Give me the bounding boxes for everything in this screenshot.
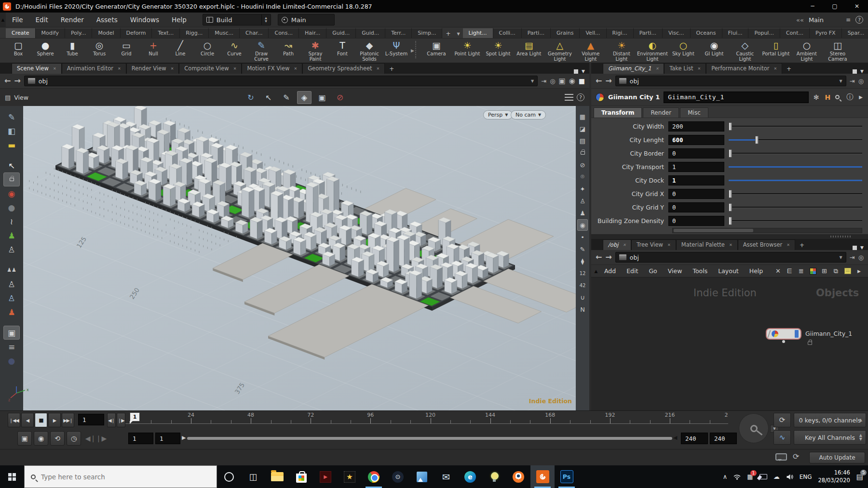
pane-maximize-icon[interactable] — [853, 246, 857, 250]
tool-area-light[interactable]: ▤Area Light — [514, 39, 544, 62]
persp-button[interactable]: Persp▼ — [483, 110, 513, 119]
param-value-field[interactable]: 0 — [668, 216, 724, 226]
stop-button[interactable]: ■ — [35, 413, 47, 427]
param-slider[interactable] — [729, 135, 862, 145]
wrench-icon[interactable]: ✕ — [773, 266, 783, 276]
tab-render-view[interactable]: Render View✕ — [126, 63, 179, 74]
cook-refresh-icon[interactable]: ⟳ — [793, 452, 799, 461]
view-tool-icon[interactable]: ◈ — [297, 91, 312, 104]
tab-material-palette[interactable]: Material Palette✕ — [676, 239, 738, 250]
tool-l-system[interactable]: ΨL-System — [383, 39, 410, 62]
close-icon[interactable]: ✕ — [667, 243, 671, 247]
shelf-tab-simp[interactable]: Simp... — [412, 28, 442, 38]
taskbar-app-houdini[interactable] — [530, 465, 555, 488]
shelf-tab-parti[interactable]: Parti... — [522, 28, 551, 38]
folder-tab-misc[interactable]: Misc — [680, 107, 708, 118]
current-frame-field[interactable]: 1 — [78, 414, 104, 425]
shelf-tab-vell[interactable]: Vell... — [580, 28, 606, 38]
label-12[interactable]: 12 — [577, 267, 588, 279]
close-icon[interactable]: ✕ — [377, 66, 380, 71]
taskbar-app-blender[interactable] — [506, 465, 530, 488]
pin-icon[interactable]: ⇥ — [541, 78, 546, 85]
tool-environment-light[interactable]: ◐Environment Light — [637, 39, 668, 62]
shelf-dropdown-icon[interactable]: ▼ — [454, 30, 462, 38]
close-icon[interactable]: ✕ — [118, 66, 121, 71]
more-arrow-icon[interactable]: ▶ — [854, 266, 864, 276]
network-menu-add[interactable]: Add — [599, 267, 621, 275]
shelf-tab-oceans[interactable]: Oceans — [691, 28, 722, 38]
tab-motion-fx-view[interactable]: Motion FX View✕ — [242, 63, 302, 74]
search-icon[interactable] — [835, 95, 840, 99]
snap-icon[interactable]: ∪ — [577, 291, 588, 303]
no-cam-button[interactable]: No cam▼ — [511, 110, 546, 119]
tool-font[interactable]: TFont — [329, 39, 356, 62]
tool-volume-light[interactable]: ▲Volume Light — [575, 39, 606, 62]
pose-tool-icon[interactable]: ◉ — [3, 186, 20, 200]
tool-draw-curve[interactable]: ✎Draw Curve — [248, 39, 275, 62]
param-value-field[interactable]: 200 — [668, 121, 724, 132]
new-tab-icon[interactable]: + — [782, 64, 796, 74]
frame-ruler[interactable]: 1 24487296120144168192216240 — [125, 412, 728, 428]
shelf-tab-popul[interactable]: Popul... — [748, 28, 780, 38]
taskbar-app-chrome[interactable] — [362, 465, 386, 488]
tool-stereo-camera[interactable]: ◫Stereo Camera — [822, 39, 853, 62]
slider-handle[interactable] — [729, 149, 732, 158]
view-rotate-icon[interactable]: ↻ — [244, 91, 258, 104]
pane-maximize-icon[interactable] — [574, 69, 578, 74]
maximize-button[interactable]: ▢ — [824, 0, 846, 13]
layers-tool-icon[interactable]: ≡ — [3, 340, 20, 354]
eyedropper-icon[interactable]: ⧫ — [577, 255, 588, 267]
forward-icon[interactable]: → — [605, 253, 611, 261]
pane-maximize-icon[interactable] — [853, 69, 857, 74]
language-indicator[interactable]: ENG — [800, 474, 812, 480]
tool-tube[interactable]: ▮Tube — [59, 39, 86, 62]
tree-list-icon[interactable]: ⋿ — [785, 266, 795, 276]
display-options-icon[interactable] — [565, 94, 573, 101]
shelf-tab-deform[interactable]: Deform — [121, 28, 152, 38]
scrollbar-thumb[interactable] — [674, 229, 753, 232]
select-tool-icon[interactable]: ↖ — [3, 158, 20, 172]
shading-icon[interactable]: ◉ — [569, 77, 575, 85]
prev-key-button[interactable]: ◀❘ — [86, 431, 95, 446]
follow-icon[interactable]: ◎ — [550, 78, 555, 85]
step-back-button[interactable]: ◀❘ — [107, 413, 116, 427]
tool-line[interactable]: ╱Line — [167, 39, 194, 62]
new-tab-icon[interactable]: + — [385, 64, 398, 74]
tool-null[interactable]: +Null — [140, 39, 167, 62]
param-slider[interactable] — [729, 162, 862, 172]
network-path-field[interactable]: obj ▼ — [615, 252, 846, 263]
shelf-tab-spar[interactable]: Spar... — [842, 28, 868, 38]
white-square-icon[interactable]: ■ — [579, 77, 585, 85]
network-menu-edit[interactable]: Edit — [621, 267, 643, 275]
radial-menu-selector[interactable]: Main — [278, 14, 335, 26]
follow-icon[interactable]: ◎ — [858, 78, 864, 85]
pin-icon[interactable]: ⇥ — [850, 78, 855, 85]
network-menu-help[interactable]: Help — [744, 267, 769, 275]
taskbar-app-photoshop[interactable]: Ps — [555, 465, 579, 488]
network-menu-layout[interactable]: Layout — [713, 267, 744, 275]
back-icon[interactable]: ← — [4, 77, 11, 85]
range-subend-field[interactable]: 240 — [710, 433, 737, 444]
agent-tool-icon[interactable]: ♙ — [3, 277, 20, 291]
tool-path[interactable]: ↝Path — [275, 39, 302, 62]
channels-sync-icon[interactable]: ⟳ — [773, 413, 791, 427]
pane-menu-icon[interactable]: ▼ — [582, 69, 585, 74]
lock-tool-icon[interactable] — [3, 172, 20, 186]
menu-render[interactable]: Render — [54, 16, 90, 24]
tools-overflow-icon[interactable]: ▶ — [410, 48, 415, 53]
param-slider[interactable] — [729, 121, 862, 132]
param-value-field[interactable]: 1 — [668, 175, 724, 185]
tool-caustic-light[interactable]: ◇Caustic Light — [730, 39, 760, 62]
menu-edit[interactable]: Edit — [29, 16, 54, 24]
tool-spray-paint[interactable]: ✱Spray Paint — [302, 39, 329, 62]
add-shelf-icon[interactable]: + — [442, 29, 454, 38]
tool-ambient-light[interactable]: ○Ambient Light — [791, 39, 822, 62]
shelf-tab-musc[interactable]: Musc... — [209, 28, 240, 38]
desktop-spinner[interactable]: ▲▼ — [261, 14, 267, 25]
taskbar-app-mail[interactable]: ✉ — [434, 465, 458, 488]
label-42[interactable]: 42 — [577, 279, 588, 291]
pin-icon[interactable]: ⇥ — [850, 254, 855, 261]
auto-update-selector[interactable]: Auto Update — [809, 452, 865, 463]
keys-summary-button[interactable]: 0 keys, 0/0 channels▲ — [794, 413, 866, 427]
shelf-menu-icon[interactable]: ≡ — [846, 16, 851, 23]
